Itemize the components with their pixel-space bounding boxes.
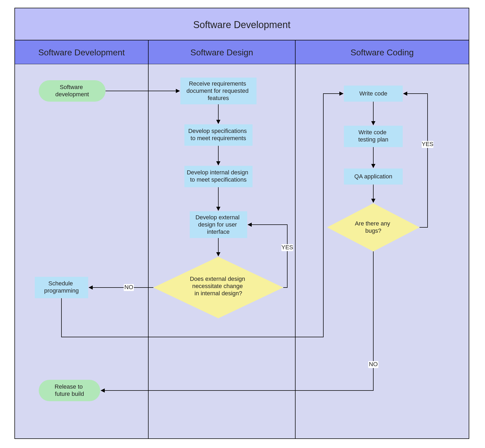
lane-title-dev: Software Development — [38, 48, 125, 57]
node-qa: QA application — [344, 169, 403, 185]
node-receive: Receive requirements document for reques… — [180, 78, 257, 104]
node-release: Release to future build — [39, 380, 100, 401]
edge-decision1-no-label: NO — [125, 284, 133, 290]
qa-label: QA application — [354, 173, 392, 180]
diagram-title: Software Development — [193, 19, 290, 30]
decision1-label: Does external design necessitate change … — [190, 275, 247, 297]
node-schedule: Schedule programming — [35, 277, 88, 298]
write-code-label: Write code — [359, 90, 387, 97]
lane-body-design — [148, 64, 295, 439]
swimlane-flowchart: Software Development Software Developmen… — [0, 0, 485, 448]
node-develop-external: Develop external design for user interfa… — [190, 211, 247, 238]
lane-body-coding — [295, 64, 469, 439]
node-develop-spec: Develop specifications to meet requireme… — [184, 124, 253, 146]
edge-decision2-no-label: NO — [369, 361, 378, 367]
node-write-test: Write code testing plan — [344, 126, 403, 147]
lane-title-design: Software Design — [191, 48, 253, 57]
node-start: Software development — [39, 80, 106, 102]
node-develop-internal: Develop internal design to meet specific… — [184, 166, 253, 187]
edge-decision2-yes-label: YES — [422, 141, 433, 147]
edge-decision1-yes-label: YES — [281, 244, 293, 251]
node-write-code: Write code — [344, 86, 403, 102]
lane-title-coding: Software Coding — [351, 48, 414, 57]
